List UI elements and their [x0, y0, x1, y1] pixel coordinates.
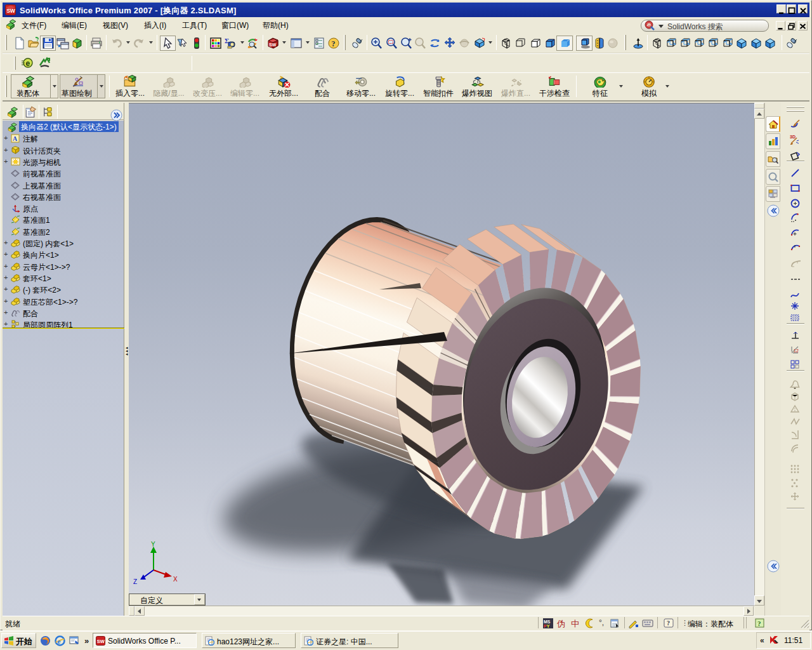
svg-text:e: e	[26, 59, 30, 68]
svg-text:?: ?	[332, 39, 336, 48]
svg-text:PY: PY	[544, 624, 550, 628]
svg-text:Y: Y	[151, 541, 155, 548]
svg-text:e: e	[58, 637, 61, 645]
svg-text:3D: 3D	[790, 135, 796, 139]
svg-text:MS: MS	[544, 620, 551, 624]
svg-text:SW: SW	[6, 8, 16, 14]
svg-text:A: A	[13, 135, 18, 142]
svg-text:?: ?	[667, 620, 670, 627]
svg-text:SW: SW	[97, 639, 105, 644]
svg-text:Z: Z	[133, 578, 137, 585]
svg-text:X: X	[173, 576, 178, 583]
svg-text:12: 12	[794, 348, 799, 353]
svg-text:?: ?	[757, 620, 761, 627]
svg-text:SW: SW	[269, 43, 277, 47]
